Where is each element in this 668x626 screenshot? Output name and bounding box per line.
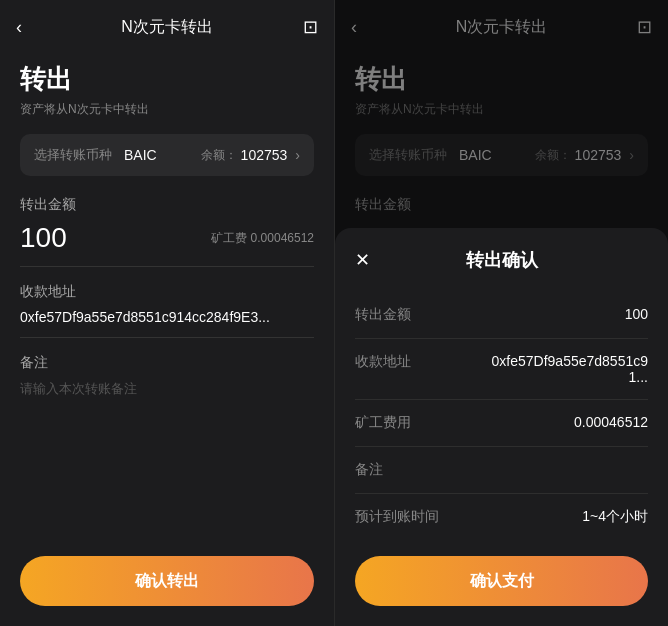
- modal-confirm-button[interactable]: 确认支付: [355, 556, 648, 606]
- modal-eta-label: 预计到账时间: [355, 508, 439, 526]
- amount-label-left: 转出金额: [20, 196, 314, 214]
- currency-placeholder-left: 选择转账币种: [34, 146, 112, 164]
- modal-header: ✕ 转出确认: [355, 248, 648, 272]
- address-value-left: 0xfe57Df9a55e7d8551c914cc284f9E3...: [20, 309, 314, 325]
- modal-close-button[interactable]: ✕: [355, 249, 370, 271]
- modal-fee-label: 矿工费用: [355, 414, 411, 432]
- modal-remark-label: 备注: [355, 461, 383, 479]
- fee-text-left: 矿工费 0.00046512: [211, 230, 314, 247]
- remark-placeholder-left: 请输入本次转账备注: [20, 380, 314, 398]
- amount-value-left: 100: [20, 222, 67, 254]
- modal-title: 转出确认: [466, 248, 538, 272]
- header-title-left: N次元卡转出: [121, 17, 213, 38]
- panel-left: ‹ N次元卡转出 ⊡ 转出 资产将从N次元卡中转出 选择转账币种 BAIC 余额…: [0, 0, 334, 626]
- modal-fee-value: 0.00046512: [574, 414, 648, 430]
- modal-row-remark: 备注: [355, 447, 648, 494]
- scan-icon-left[interactable]: ⊡: [303, 16, 318, 38]
- modal-amount-label: 转出金额: [355, 306, 411, 324]
- remark-section-left: 备注 请输入本次转账备注: [20, 354, 314, 398]
- balance-value-left: 102753: [241, 147, 288, 163]
- remark-label-left: 备注: [20, 354, 314, 372]
- back-button-left[interactable]: ‹: [16, 17, 22, 38]
- address-label-left: 收款地址: [20, 283, 314, 301]
- modal-amount-value: 100: [625, 306, 648, 322]
- modal-eta-value: 1~4个小时: [582, 508, 648, 526]
- balance-group-left: 余额： 102753 ›: [201, 147, 300, 164]
- balance-label-left: 余额：: [201, 147, 237, 164]
- modal-sheet: ✕ 转出确认 转出金额 100 收款地址 0xfe57Df9a55e7d8551…: [335, 228, 668, 626]
- modal-address-label: 收款地址: [355, 353, 411, 371]
- header-left: ‹ N次元卡转出 ⊡: [0, 0, 334, 46]
- modal-address-value: 0xfe57Df9a55e7d8551c91...: [472, 353, 648, 385]
- main-title-left: 转出: [20, 62, 314, 97]
- subtitle-left: 资产将从N次元卡中转出: [20, 101, 314, 118]
- amount-row-left: 100 矿工费 0.00046512: [20, 222, 314, 267]
- confirm-button-left[interactable]: 确认转出: [20, 556, 314, 606]
- modal-row-address: 收款地址 0xfe57Df9a55e7d8551c91...: [355, 339, 648, 400]
- modal-row-amount: 转出金额 100: [355, 292, 648, 339]
- panel-right: ‹ N次元卡转出 ⊡ 转出 资产将从N次元卡中转出 选择转账币种 BAIC 余额…: [334, 0, 668, 626]
- modal-row-eta: 预计到账时间 1~4个小时: [355, 494, 648, 540]
- chevron-right-left: ›: [295, 147, 300, 163]
- address-section-left: 收款地址 0xfe57Df9a55e7d8551c914cc284f9E3...: [20, 283, 314, 338]
- currency-name-left: BAIC: [124, 147, 157, 163]
- currency-selector-left[interactable]: 选择转账币种 BAIC 余额： 102753 ›: [20, 134, 314, 176]
- modal-row-fee: 矿工费用 0.00046512: [355, 400, 648, 447]
- content-left: 转出 资产将从N次元卡中转出 选择转账币种 BAIC 余额： 102753 › …: [0, 46, 334, 626]
